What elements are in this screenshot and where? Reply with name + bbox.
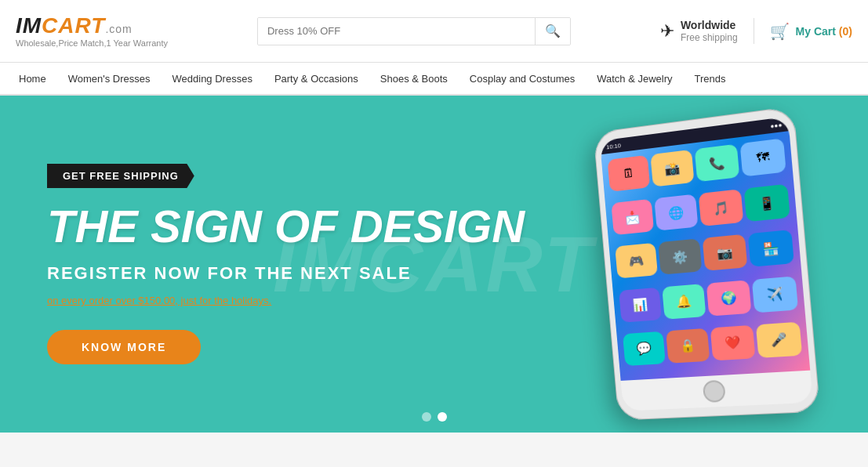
shipping-info: ✈ Worldwide Free shipping <box>660 18 754 45</box>
banner-subtitle: REGISTER NOW FOR THE NEXT SALE <box>47 263 525 284</box>
logo-area: IMCART.com Wholesale,Price Match,1 Year … <box>16 15 168 48</box>
search-input[interactable] <box>258 18 535 45</box>
free-shipping-badge: GET FREE SHIPPING <box>47 164 194 188</box>
app-icon: ✈️ <box>752 276 798 313</box>
shipping-text: Worldwide Free shipping <box>681 18 738 45</box>
app-icon: 📷 <box>703 234 748 271</box>
logo-tagline: Wholesale,Price Match,1 Year Warranty <box>16 38 168 48</box>
app-icon: ⚙️ <box>658 239 702 275</box>
banner-dots <box>422 412 447 422</box>
nav-womens-dresses[interactable]: Women's Dresses <box>57 63 162 96</box>
home-button <box>703 380 726 403</box>
search-button[interactable]: 🔍 <box>535 18 570 45</box>
plane-icon: ✈ <box>660 21 674 42</box>
app-icon: ❤️ <box>710 325 756 361</box>
app-icon: 🏪 <box>748 230 794 267</box>
app-icon: 📊 <box>619 287 662 322</box>
app-icon: 🔔 <box>662 284 706 320</box>
phone-illustration: 10:10●●● 🗓 📸 📞 🗺 📩 🌐 🎵 📱 🎮 ⚙️ 📷 <box>570 96 847 433</box>
app-icon: 🔒 <box>666 328 710 364</box>
app-grid: 🗓 📸 📞 🗺 📩 🌐 🎵 📱 🎮 ⚙️ 📷 🏪 📊 🔔 <box>601 131 810 381</box>
phone-screen: 10:10●●● 🗓 📸 📞 🗺 📩 🌐 🎵 📱 🎮 ⚙️ 📷 <box>600 117 813 411</box>
nav-shoes-boots[interactable]: Shoes & Boots <box>369 63 459 96</box>
app-icon: 🎵 <box>699 189 744 226</box>
nav-cosplay-costumes[interactable]: Cosplay and Costumes <box>459 63 586 96</box>
shipping-title: Worldwide <box>681 18 738 32</box>
banner-title: THE SIGN OF DESIGN <box>47 204 525 249</box>
shipping-subtitle: Free shipping <box>681 32 738 45</box>
dot-1[interactable] <box>422 412 431 422</box>
app-icon: 🌍 <box>706 280 752 316</box>
header: IMCART.com Wholesale,Price Match,1 Year … <box>0 0 868 63</box>
app-icon: 📞 <box>695 144 740 183</box>
cart-label: My Cart (0) <box>796 25 852 38</box>
search-bar: 🔍 <box>257 17 571 45</box>
dot-2[interactable] <box>438 412 447 422</box>
header-right: ✈ Worldwide Free shipping 🛒 My Cart (0) <box>660 18 852 45</box>
cart-area[interactable]: 🛒 My Cart (0) <box>754 22 852 41</box>
cart-icon: 🛒 <box>770 22 790 41</box>
app-icon: 💬 <box>623 331 666 366</box>
nav-wedding-dresses[interactable]: Wedding Dresses <box>162 63 263 96</box>
app-icon: 📱 <box>744 184 790 223</box>
banner-content: GET FREE SHIPPING THE SIGN OF DESIGN REG… <box>47 164 525 364</box>
app-icon: 🗺 <box>740 138 786 176</box>
banner-desc: on every order over $150.00, just for th… <box>47 295 525 306</box>
nav-trends[interactable]: Trends <box>684 63 737 96</box>
nav-home[interactable]: Home <box>8 63 57 96</box>
phone-outer: 10:10●●● 🗓 📸 📞 🗺 📩 🌐 🎵 📱 🎮 ⚙️ 📷 <box>593 106 820 420</box>
navbar: Home Women's Dresses Wedding Dresses Par… <box>0 63 868 96</box>
know-more-button[interactable]: KNOW MORE <box>47 330 201 364</box>
app-icon: 🌐 <box>654 194 698 231</box>
logo-im: IM <box>16 13 42 38</box>
banner: IMCART GET FREE SHIPPING THE SIGN OF DES… <box>0 96 868 433</box>
app-icon: 🎮 <box>615 243 658 279</box>
logo[interactable]: IMCART.com <box>16 15 168 37</box>
logo-cart: CART <box>42 13 105 38</box>
logo-com: .com <box>105 23 132 35</box>
app-icon: 📸 <box>650 150 694 187</box>
app-icon: 🎤 <box>756 321 802 357</box>
nav-party-occasions[interactable]: Party & Occasions <box>263 63 369 96</box>
app-icon: 📩 <box>611 199 654 235</box>
app-icon: 🗓 <box>608 155 651 192</box>
nav-watch-jewelry[interactable]: Watch & Jewelry <box>586 63 683 96</box>
